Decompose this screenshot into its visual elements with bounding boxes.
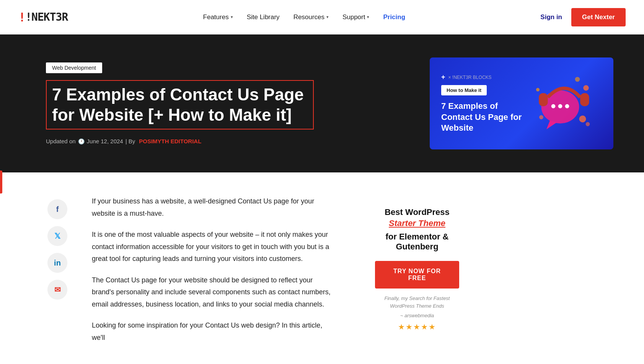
linkedin-icon: in	[54, 259, 61, 267]
article-paragraph-1: If your business has a website, a well-d…	[92, 195, 337, 220]
try-now-button[interactable]: TRY NOW FOR FREE	[375, 261, 459, 289]
content-area: f 𝕏 in ✉ If your business has a website,…	[0, 172, 644, 364]
star-rating: ★★★★★	[375, 322, 459, 331]
main-nav: Features ▾ Site Library Resources ▾ Supp…	[203, 13, 406, 21]
svg-point-3	[558, 104, 562, 108]
sidebar-widget: Best WordPress Starter Theme for Element…	[367, 195, 467, 343]
facebook-icon: f	[56, 205, 59, 214]
nav-support[interactable]: Support ▾	[342, 13, 370, 21]
article-content: If your business has a website, a well-d…	[92, 195, 367, 353]
nav-site-library[interactable]: Site Library	[247, 13, 280, 21]
linkedin-share-button[interactable]: in	[47, 253, 67, 273]
svg-point-11	[586, 122, 590, 126]
twitter-icon: 𝕏	[54, 231, 60, 241]
svg-point-4	[565, 104, 569, 108]
nav-pricing[interactable]: Pricing	[383, 13, 405, 21]
testimonial-text: Finally, my Search for Fastest WordPress…	[375, 295, 459, 310]
nav-resources[interactable]: Resources ▾	[293, 13, 329, 21]
logo[interactable]: !!NEKT3R	[18, 10, 68, 25]
site-header: !!NEKT3R Features ▾ Site Library Resourc…	[0, 0, 644, 34]
hero-card-content: + × !NEKT3R BLOCKS How to Make it 7 Exam…	[441, 73, 525, 134]
sign-in-button[interactable]: Sign in	[540, 13, 562, 21]
sidebar-subheading: for Elementor & Gutenberg	[375, 232, 459, 252]
chevron-down-icon: ▾	[231, 15, 233, 20]
hero-title: 7 Examples of Contact Us Page for Websit…	[46, 80, 314, 130]
header-right: Sign in Get Nexter	[540, 8, 626, 26]
hero-card-badge: How to Make it	[441, 85, 487, 95]
hero-meta: Updated on 🕐 June 12, 2024 | By POSIMYTH…	[46, 138, 314, 144]
nav-features[interactable]: Features ▾	[203, 13, 233, 21]
chevron-down-icon: ▾	[326, 15, 329, 20]
article-paragraph-2: It is one of the most valuable aspects o…	[92, 229, 337, 265]
article-paragraph-3: The Contact Us page for your website sho…	[92, 274, 337, 311]
scroll-indicator	[0, 171, 2, 193]
svg-point-9	[579, 116, 586, 123]
hero-content: Web Development 7 Examples of Contact Us…	[46, 62, 314, 145]
hero-card-logo: + × !NEKT3R BLOCKS	[441, 73, 525, 81]
plus-icon: +	[441, 73, 445, 81]
twitter-share-button[interactable]: 𝕏	[47, 226, 67, 246]
sidebar-heading: Best WordPress Starter Theme	[375, 207, 459, 229]
hero-card-title: 7 Examples of Contact Us Page for Websit…	[441, 101, 525, 134]
right-sidebar: Best WordPress Starter Theme for Element…	[367, 195, 490, 353]
svg-rect-6	[580, 93, 589, 106]
facebook-share-button[interactable]: f	[47, 199, 67, 219]
chevron-down-icon: ▾	[367, 15, 369, 20]
email-icon: ✉	[54, 285, 61, 294]
article-paragraph-4: Looking for some inspiration for your Co…	[92, 320, 337, 344]
svg-rect-5	[539, 93, 548, 106]
hero-card-image	[525, 67, 602, 140]
svg-point-2	[551, 104, 556, 108]
category-badge: Web Development	[46, 62, 102, 73]
get-nexter-button[interactable]: Get Nexter	[571, 8, 626, 26]
svg-point-8	[539, 115, 543, 120]
hero-section: Web Development 7 Examples of Contact Us…	[0, 34, 644, 172]
svg-point-12	[575, 77, 580, 82]
author-name: POSIMYTH EDITORIAL	[139, 138, 201, 144]
clock-icon: 🕐	[78, 138, 85, 144]
svg-point-7	[583, 85, 589, 90]
svg-point-10	[536, 88, 540, 92]
social-sidebar: f 𝕏 in ✉	[46, 195, 69, 353]
testimonial-author: ~ arswebmedia	[375, 313, 459, 318]
email-share-button[interactable]: ✉	[47, 280, 67, 300]
hero-card: + × !NEKT3R BLOCKS How to Make it 7 Exam…	[430, 57, 613, 149]
